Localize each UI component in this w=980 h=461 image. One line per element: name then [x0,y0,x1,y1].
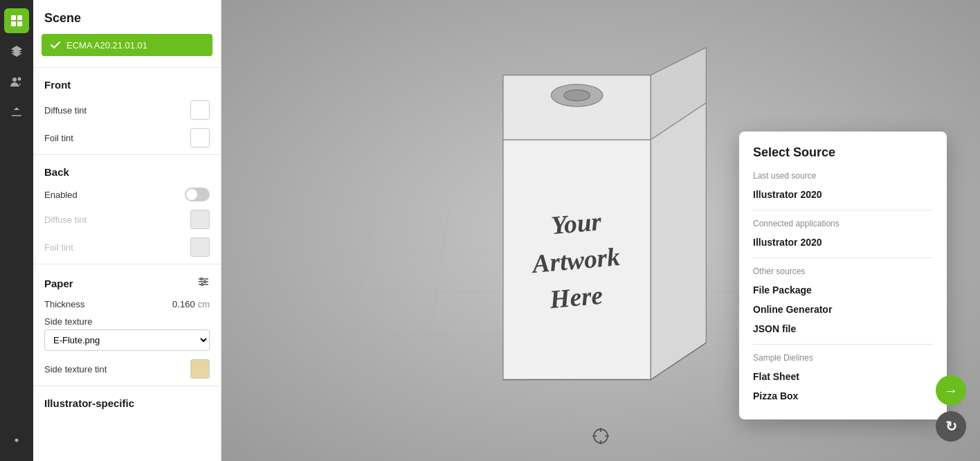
icon-bar [0,0,33,461]
svg-point-4 [12,78,17,82]
scene-item[interactable]: ECMA A20.21.01.01 [42,34,212,56]
side-texture-tint-swatch[interactable] [190,359,210,379]
svg-rect-3 [17,21,22,26]
svg-rect-0 [11,15,16,20]
svg-point-33 [564,90,590,101]
divider-3 [33,264,221,264]
sample-dielines-label: Sample Dielines [753,353,933,363]
file-package-item[interactable]: File Package [753,280,933,300]
grid-icon-btn[interactable] [4,8,29,33]
source-divider-1 [753,210,933,210]
sidebar-title: Scene [33,0,221,31]
last-used-value[interactable]: Illustrator 2020 [753,185,933,204]
side-texture-tint-label: Side texture tint [44,364,107,374]
svg-rect-1 [17,15,22,20]
svg-point-6 [15,439,19,442]
3d-box: Your Artwork Here [441,29,732,417]
divider-4 [33,386,221,386]
side-texture-label: Side texture [44,316,210,327]
select-source-title: Select Source [753,145,933,160]
layers-icon-btn[interactable] [4,39,29,64]
svg-point-10 [201,278,203,280]
side-texture-tint-row: Side texture tint [33,355,221,383]
last-used-label: Last used source [753,171,933,181]
connected-value[interactable]: Illustrator 2020 [753,233,933,252]
users-icon-btn[interactable] [4,69,29,94]
svg-point-12 [201,284,203,286]
arrow-icon: → [944,383,958,399]
back-foil-tint-label: Foil tint [44,242,73,253]
paper-header: Paper [33,267,221,296]
diffuse-tint-label: Diffuse tint [44,105,87,116]
svg-point-11 [204,281,206,283]
svg-marker-29 [651,102,706,379]
svg-rect-2 [11,21,16,26]
thickness-number: 0.160 [172,299,195,309]
select-source-panel: Select Source Last used source Illustrat… [739,132,947,419]
divider-1 [33,67,221,68]
crosshair-icon[interactable] [591,426,610,450]
svg-point-5 [18,78,21,81]
source-divider-2 [753,257,933,258]
svg-text:Your: Your [550,207,603,239]
other-sources-label: Other sources [753,266,933,276]
thickness-value-group: 0.160 cm [172,299,210,309]
thickness-unit: cm [198,299,210,309]
check-icon [50,39,61,51]
diffuse-tint-row: Diffuse tint [33,96,221,124]
back-diffuse-tint-row: Diffuse tint [33,206,221,233]
front-section-title: Front [33,71,221,96]
online-generator-item[interactable]: Online Generator [753,300,933,319]
back-enabled-label: Enabled [44,190,78,200]
connected-label: Connected applications [753,219,933,228]
foil-tint-swatch[interactable] [190,128,210,147]
illustrator-section-title: Illustrator-specific [33,389,221,415]
toggle-knob [186,189,197,200]
upload-icon-btn[interactable] [4,100,29,125]
foil-tint-row: Foil tint [33,124,221,152]
refresh-fab-button[interactable]: ↻ [936,411,966,442]
back-diffuse-tint-swatch [190,210,210,229]
scene-item-label: ECMA A20.21.01.01 [66,40,147,51]
back-enabled-toggle[interactable] [185,188,210,201]
svg-text:Here: Here [548,281,604,314]
source-divider-3 [753,344,933,345]
diffuse-tint-swatch[interactable] [190,100,210,120]
thickness-label: Thickness [44,299,85,309]
foil-tint-label: Foil tint [44,133,73,143]
settings-icon-btn[interactable] [4,428,29,453]
back-section-title: Back [33,158,221,183]
pizza-box-item[interactable]: Pizza Box [753,386,933,406]
thickness-row: Thickness 0.160 cm [33,296,221,312]
arrow-fab-button[interactable]: → [936,375,966,406]
back-foil-tint-row: Foil tint [33,233,221,261]
side-texture-select[interactable]: E-Flute.png B-Flute.png C-Flute.png No t… [44,329,210,351]
refresh-icon: ↻ [945,418,957,435]
json-file-item[interactable]: JSON file [753,319,933,338]
paper-section-title: Paper [44,278,73,289]
back-enabled-row: Enabled [33,183,221,206]
flat-sheet-item[interactable]: Flat Sheet [753,367,933,386]
side-texture-row: Side texture E-Flute.png B-Flute.png C-F… [33,312,221,355]
divider-2 [33,154,221,155]
back-diffuse-tint-label: Diffuse tint [44,215,87,225]
back-foil-tint-swatch [190,237,210,257]
paper-settings-icon[interactable] [197,275,210,291]
sidebar: Scene ECMA A20.21.01.01 Front Diffuse ti… [33,0,221,461]
viewport: Your Artwork Here Select Source Last use… [221,0,980,461]
